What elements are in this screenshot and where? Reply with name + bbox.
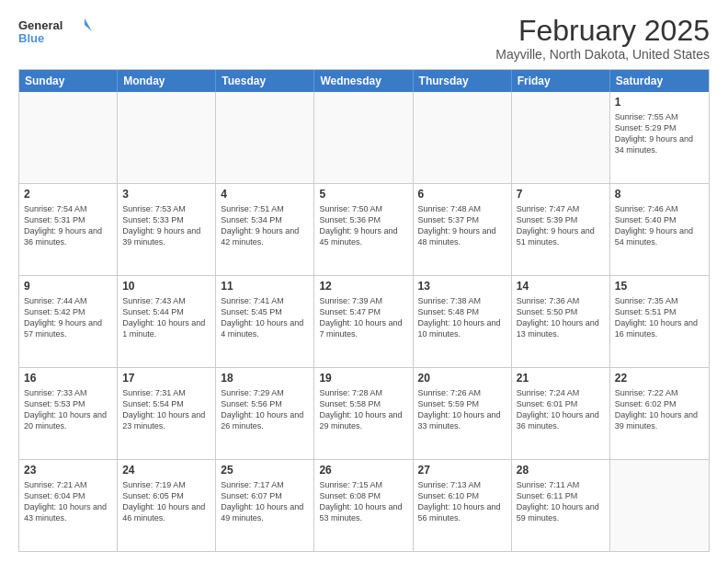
day-number: 10 — [122, 280, 210, 294]
day-cell-20: 20Sunrise: 7:26 AM Sunset: 5:59 PM Dayli… — [414, 368, 512, 459]
weekday-header-thursday: Thursday — [414, 70, 512, 92]
day-cell-23: 23Sunrise: 7:21 AM Sunset: 6:04 PM Dayli… — [19, 460, 118, 551]
day-number: 16 — [24, 372, 112, 386]
day-cell-28: 28Sunrise: 7:11 AM Sunset: 6:11 PM Dayli… — [512, 460, 610, 551]
day-cell-8: 8Sunrise: 7:46 AM Sunset: 5:40 PM Daylig… — [610, 184, 709, 275]
weekday-header-friday: Friday — [512, 70, 610, 92]
empty-cell — [216, 92, 314, 183]
day-info: Sunrise: 7:44 AM Sunset: 5:42 PM Dayligh… — [24, 295, 112, 340]
header: General Blue February 2025 Mayville, Nor… — [18, 15, 710, 62]
day-info: Sunrise: 7:22 AM Sunset: 6:02 PM Dayligh… — [615, 387, 704, 432]
day-info: Sunrise: 7:55 AM Sunset: 5:29 PM Dayligh… — [615, 111, 704, 156]
calendar-row-3: 16Sunrise: 7:33 AM Sunset: 5:53 PM Dayli… — [19, 367, 709, 459]
day-info: Sunrise: 7:11 AM Sunset: 6:11 PM Dayligh… — [517, 479, 605, 524]
day-number: 15 — [615, 280, 704, 294]
day-info: Sunrise: 7:31 AM Sunset: 5:54 PM Dayligh… — [122, 387, 210, 432]
day-info: Sunrise: 7:29 AM Sunset: 5:56 PM Dayligh… — [221, 387, 309, 432]
day-info: Sunrise: 7:43 AM Sunset: 5:44 PM Dayligh… — [122, 295, 210, 340]
day-cell-9: 9Sunrise: 7:44 AM Sunset: 5:42 PM Daylig… — [19, 276, 118, 367]
day-cell-6: 6Sunrise: 7:48 AM Sunset: 5:37 PM Daylig… — [414, 184, 512, 275]
day-info: Sunrise: 7:54 AM Sunset: 5:31 PM Dayligh… — [24, 203, 112, 248]
day-cell-26: 26Sunrise: 7:15 AM Sunset: 6:08 PM Dayli… — [314, 460, 413, 551]
svg-marker-2 — [85, 18, 92, 31]
day-cell-4: 4Sunrise: 7:51 AM Sunset: 5:34 PM Daylig… — [216, 184, 314, 275]
day-cell-13: 13Sunrise: 7:38 AM Sunset: 5:48 PM Dayli… — [414, 276, 512, 367]
empty-cell — [314, 92, 413, 183]
day-info: Sunrise: 7:19 AM Sunset: 6:05 PM Dayligh… — [122, 479, 210, 524]
day-cell-15: 15Sunrise: 7:35 AM Sunset: 5:51 PM Dayli… — [610, 276, 709, 367]
day-cell-21: 21Sunrise: 7:24 AM Sunset: 6:01 PM Dayli… — [512, 368, 610, 459]
day-cell-22: 22Sunrise: 7:22 AM Sunset: 6:02 PM Dayli… — [610, 368, 709, 459]
weekday-header-monday: Monday — [118, 70, 216, 92]
day-number: 1 — [615, 96, 704, 110]
day-number: 17 — [122, 372, 210, 386]
day-info: Sunrise: 7:26 AM Sunset: 5:59 PM Dayligh… — [418, 387, 506, 432]
day-info: Sunrise: 7:51 AM Sunset: 5:34 PM Dayligh… — [221, 203, 309, 248]
day-number: 7 — [517, 188, 605, 202]
day-cell-3: 3Sunrise: 7:53 AM Sunset: 5:33 PM Daylig… — [118, 184, 216, 275]
day-info: Sunrise: 7:39 AM Sunset: 5:47 PM Dayligh… — [319, 295, 407, 340]
day-cell-19: 19Sunrise: 7:28 AM Sunset: 5:58 PM Dayli… — [314, 368, 413, 459]
empty-cell — [414, 92, 512, 183]
day-number: 6 — [418, 188, 506, 202]
day-info: Sunrise: 7:21 AM Sunset: 6:04 PM Dayligh… — [24, 479, 112, 524]
day-info: Sunrise: 7:38 AM Sunset: 5:48 PM Dayligh… — [418, 295, 506, 340]
day-number: 22 — [615, 372, 704, 386]
empty-cell — [118, 92, 216, 183]
day-cell-5: 5Sunrise: 7:50 AM Sunset: 5:36 PM Daylig… — [314, 184, 413, 275]
weekday-header-saturday: Saturday — [610, 70, 709, 92]
day-cell-18: 18Sunrise: 7:29 AM Sunset: 5:56 PM Dayli… — [216, 368, 314, 459]
sub-title: Mayville, North Dakota, United States — [495, 47, 710, 62]
day-number: 20 — [418, 372, 506, 386]
main-title: February 2025 — [495, 15, 710, 47]
day-info: Sunrise: 7:50 AM Sunset: 5:36 PM Dayligh… — [319, 203, 407, 248]
logo: General Blue — [18, 15, 92, 48]
day-cell-25: 25Sunrise: 7:17 AM Sunset: 6:07 PM Dayli… — [216, 460, 314, 551]
day-cell-12: 12Sunrise: 7:39 AM Sunset: 5:47 PM Dayli… — [314, 276, 413, 367]
day-number: 18 — [221, 372, 309, 386]
day-info: Sunrise: 7:41 AM Sunset: 5:45 PM Dayligh… — [221, 295, 309, 340]
svg-text:Blue: Blue — [18, 31, 44, 45]
day-number: 26 — [319, 464, 407, 478]
weekday-header-sunday: Sunday — [19, 70, 118, 92]
day-info: Sunrise: 7:28 AM Sunset: 5:58 PM Dayligh… — [319, 387, 407, 432]
day-info: Sunrise: 7:33 AM Sunset: 5:53 PM Dayligh… — [24, 387, 112, 432]
day-cell-17: 17Sunrise: 7:31 AM Sunset: 5:54 PM Dayli… — [118, 368, 216, 459]
day-number: 14 — [517, 280, 605, 294]
day-info: Sunrise: 7:48 AM Sunset: 5:37 PM Dayligh… — [418, 203, 506, 248]
empty-cell — [512, 92, 610, 183]
day-number: 27 — [418, 464, 506, 478]
day-number: 24 — [122, 464, 210, 478]
page: General Blue February 2025 Mayville, Nor… — [0, 0, 728, 563]
day-info: Sunrise: 7:13 AM Sunset: 6:10 PM Dayligh… — [418, 479, 506, 524]
day-number: 5 — [319, 188, 407, 202]
day-cell-16: 16Sunrise: 7:33 AM Sunset: 5:53 PM Dayli… — [19, 368, 118, 459]
day-info: Sunrise: 7:24 AM Sunset: 6:01 PM Dayligh… — [517, 387, 605, 432]
calendar: SundayMondayTuesdayWednesdayThursdayFrid… — [18, 69, 710, 552]
day-info: Sunrise: 7:15 AM Sunset: 6:08 PM Dayligh… — [319, 479, 407, 524]
day-info: Sunrise: 7:47 AM Sunset: 5:39 PM Dayligh… — [517, 203, 605, 248]
day-number: 2 — [24, 188, 112, 202]
calendar-body: 1Sunrise: 7:55 AM Sunset: 5:29 PM Daylig… — [19, 92, 709, 551]
day-number: 23 — [24, 464, 112, 478]
title-block: February 2025 Mayville, North Dakota, Un… — [495, 15, 710, 62]
day-cell-1: 1Sunrise: 7:55 AM Sunset: 5:29 PM Daylig… — [610, 92, 709, 183]
weekday-header-tuesday: Tuesday — [216, 70, 314, 92]
calendar-row-1: 2Sunrise: 7:54 AM Sunset: 5:31 PM Daylig… — [19, 183, 709, 275]
day-number: 4 — [221, 188, 309, 202]
day-number: 8 — [615, 188, 704, 202]
calendar-row-2: 9Sunrise: 7:44 AM Sunset: 5:42 PM Daylig… — [19, 275, 709, 367]
day-cell-10: 10Sunrise: 7:43 AM Sunset: 5:44 PM Dayli… — [118, 276, 216, 367]
day-number: 3 — [122, 188, 210, 202]
empty-cell — [610, 460, 709, 551]
day-cell-24: 24Sunrise: 7:19 AM Sunset: 6:05 PM Dayli… — [118, 460, 216, 551]
day-cell-27: 27Sunrise: 7:13 AM Sunset: 6:10 PM Dayli… — [414, 460, 512, 551]
svg-text:General: General — [18, 18, 63, 32]
day-number: 28 — [517, 464, 605, 478]
day-info: Sunrise: 7:53 AM Sunset: 5:33 PM Dayligh… — [122, 203, 210, 248]
day-number: 25 — [221, 464, 309, 478]
day-number: 13 — [418, 280, 506, 294]
day-cell-2: 2Sunrise: 7:54 AM Sunset: 5:31 PM Daylig… — [19, 184, 118, 275]
day-cell-7: 7Sunrise: 7:47 AM Sunset: 5:39 PM Daylig… — [512, 184, 610, 275]
day-info: Sunrise: 7:35 AM Sunset: 5:51 PM Dayligh… — [615, 295, 704, 340]
